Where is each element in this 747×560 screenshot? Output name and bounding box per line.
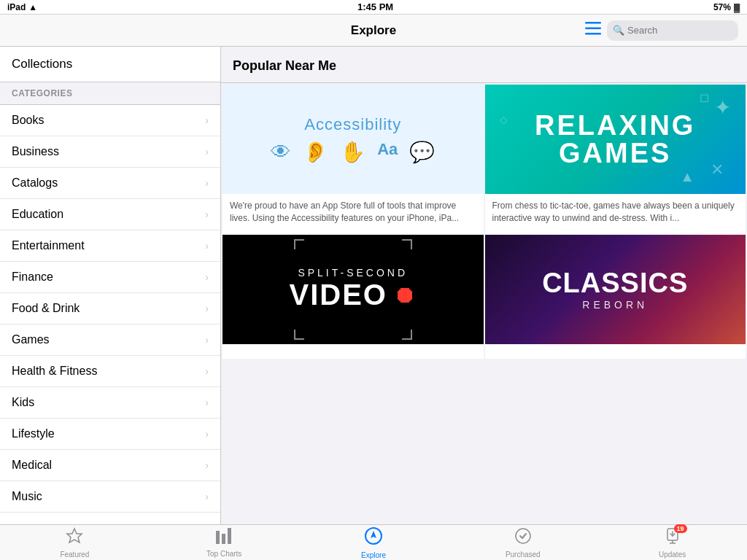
relaxing-card-text: From chess to tic-tac-toe, games have al… xyxy=(485,194,746,233)
classics-main-text: CLASSICS xyxy=(542,268,688,299)
purchased-label: Purchased xyxy=(506,551,541,559)
search-input[interactable] xyxy=(627,25,732,36)
battery-icon: ▓ xyxy=(734,3,740,12)
status-right: 57% ▓ xyxy=(713,2,740,12)
updates-label: Updates xyxy=(659,551,686,559)
sidebar-item-books[interactable]: Books › xyxy=(0,105,220,136)
relaxing-main-text: RELAXING xyxy=(535,112,695,139)
classics-content: CLASSICS REBORN xyxy=(542,235,688,344)
chevron-icon: › xyxy=(205,365,209,377)
chevron-icon: › xyxy=(205,177,209,189)
sidebar-item-food-drink[interactable]: Food & Drink › xyxy=(0,293,220,324)
sidebar-item-business[interactable]: Business › xyxy=(0,136,220,168)
chat-icon: 💬 xyxy=(409,140,435,164)
explore-icon xyxy=(364,526,383,550)
accessibility-icons: 👁 👂 ✋ Aa 💬 xyxy=(271,140,435,164)
classics-card-text xyxy=(485,344,746,359)
sidebar-item-kids[interactable]: Kids › xyxy=(0,387,220,419)
corner-tl xyxy=(294,239,304,249)
top-charts-icon xyxy=(215,528,233,548)
svg-marker-8 xyxy=(371,531,376,538)
accessibility-card-text: We're proud to have an App Store full of… xyxy=(222,194,484,233)
accessibility-content: Accessibility 👁 👂 ✋ Aa 💬 xyxy=(259,104,446,176)
tab-featured[interactable]: Featured xyxy=(0,527,150,559)
classics-reborn-card[interactable]: CLASSICS REBORN xyxy=(485,235,746,359)
accessibility-card[interactable]: Accessibility 👁 👂 ✋ Aa 💬 We're proud to … xyxy=(222,85,484,233)
classics-image: CLASSICS REBORN xyxy=(485,235,746,344)
education-label: Education xyxy=(12,208,63,221)
categories-header: CATEGORIES xyxy=(0,82,220,105)
tab-purchased[interactable]: Purchased xyxy=(448,527,597,559)
chevron-icon: › xyxy=(205,459,209,471)
collections-item[interactable]: Collections xyxy=(0,47,220,82)
battery-percent: 57% xyxy=(713,2,731,12)
tab-bar: Featured Top Charts Explore Purchased 19… xyxy=(0,524,747,560)
tab-explore[interactable]: Explore xyxy=(299,526,449,559)
split-video-content: SPLIT-SECOND VIDEO ⏺ xyxy=(290,235,417,344)
split-video-card-text xyxy=(222,344,484,359)
chevron-icon: › xyxy=(205,334,209,346)
main-layout: Collections CATEGORIES Books › Business … xyxy=(0,47,747,524)
tab-updates[interactable]: 19 Updates xyxy=(597,527,747,559)
svg-rect-2 xyxy=(585,33,601,35)
tab-top-charts[interactable]: Top Charts xyxy=(150,528,299,558)
sidebar-item-lifestyle[interactable]: Lifestyle › xyxy=(0,419,220,450)
svg-rect-5 xyxy=(222,534,225,544)
accessibility-title: Accessibility xyxy=(304,115,401,134)
sidebar: Collections CATEGORIES Books › Business … xyxy=(0,47,221,524)
corner-br xyxy=(402,330,412,340)
catalogs-label: Catalogs xyxy=(12,176,58,190)
health-fitness-label: Health & Fitness xyxy=(12,365,97,378)
status-bar: iPad ▲ 1:45 PM 57% ▓ xyxy=(0,0,747,15)
sidebar-item-health-fitness[interactable]: Health & Fitness › xyxy=(0,356,220,387)
relaxing-games-image: ✦ ◻ ✕ ▲ ◇ RELAXING GAMES xyxy=(485,85,746,194)
sidebar-item-education[interactable]: Education › xyxy=(0,199,220,230)
sidebar-item-entertainment[interactable]: Entertainment › xyxy=(0,230,220,262)
svg-rect-4 xyxy=(216,531,220,544)
eye-icon: 👁 xyxy=(271,140,291,164)
chevron-icon: › xyxy=(205,491,209,502)
ipad-label: iPad xyxy=(7,2,26,12)
chevron-icon: › xyxy=(205,240,209,252)
cards-grid: Accessibility 👁 👂 ✋ Aa 💬 We're proud to … xyxy=(221,85,747,359)
list-icon[interactable] xyxy=(585,22,601,39)
sidebar-item-catalogs[interactable]: Catalogs › xyxy=(0,168,220,199)
chevron-icon: › xyxy=(205,271,209,283)
status-left: iPad ▲ xyxy=(7,2,37,12)
updates-badge-container: 19 xyxy=(664,527,681,549)
split-second-video-card[interactable]: SPLIT-SECOND VIDEO ⏺ xyxy=(222,235,484,359)
top-charts-label: Top Charts xyxy=(206,550,241,558)
purchased-icon xyxy=(514,527,532,549)
chevron-icon: › xyxy=(205,114,209,126)
relaxing-games-card[interactable]: ✦ ◻ ✕ ▲ ◇ RELAXING GAMES From chess to t… xyxy=(485,85,746,233)
chevron-icon: › xyxy=(205,303,209,314)
content-area: Popular Near Me Accessibility 👁 👂 ✋ Aa 💬 xyxy=(221,47,747,524)
divider xyxy=(221,82,747,83)
record-icon: ⏺ xyxy=(393,281,417,308)
sidebar-item-finance[interactable]: Finance › xyxy=(0,262,220,293)
explore-label: Explore xyxy=(361,551,386,559)
svg-rect-0 xyxy=(585,22,601,24)
split-video-image: SPLIT-SECOND VIDEO ⏺ xyxy=(222,235,484,344)
medical-label: Medical xyxy=(12,459,52,472)
svg-rect-6 xyxy=(228,528,231,544)
chevron-icon: › xyxy=(205,209,209,220)
hand-icon: ✋ xyxy=(340,140,365,164)
corner-tr xyxy=(402,239,412,249)
svg-marker-3 xyxy=(67,529,82,542)
sidebar-item-games[interactable]: Games › xyxy=(0,324,220,356)
nav-bar: Explore 🔍 xyxy=(0,15,747,47)
collections-label: Collections xyxy=(12,57,72,71)
section-title: Popular Near Me xyxy=(221,47,747,82)
featured-label: Featured xyxy=(60,551,89,559)
search-box[interactable]: 🔍 xyxy=(607,20,738,41)
sidebar-item-medical[interactable]: Medical › xyxy=(0,450,220,481)
split-main-text: VIDEO xyxy=(290,279,387,311)
relaxing-content: ✦ ◻ ✕ ▲ ◇ RELAXING GAMES xyxy=(485,85,746,194)
books-label: Books xyxy=(12,114,44,127)
nav-title: Explore xyxy=(351,23,396,38)
split-top-text: SPLIT-SECOND xyxy=(298,267,408,279)
relaxing-text-group: RELAXING GAMES xyxy=(535,85,695,194)
corner-bl xyxy=(294,330,304,340)
sidebar-item-music[interactable]: Music › xyxy=(0,481,220,513)
